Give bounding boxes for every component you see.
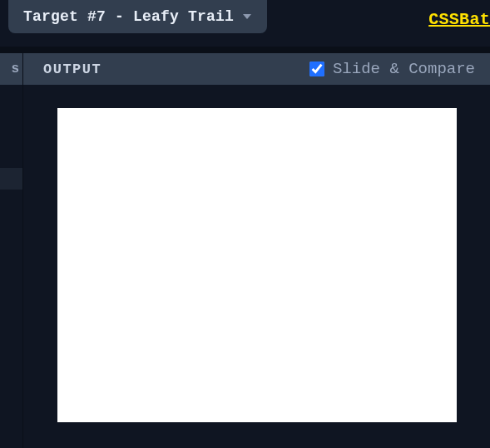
- left-panel-tab-fragment[interactable]: s: [0, 53, 22, 85]
- brand-link[interactable]: CSSBat: [428, 0, 490, 29]
- output-panel-header: OUTPUT Slide & Compare: [23, 53, 490, 85]
- editor-line-highlight[interactable]: [0, 168, 22, 190]
- panel-row: s OUTPUT Slide & Compare: [0, 53, 490, 448]
- chevron-down-icon: [242, 12, 252, 21]
- output-panel: OUTPUT Slide & Compare: [23, 53, 490, 448]
- output-canvas[interactable]: [57, 108, 457, 422]
- editor-fragment-rest[interactable]: [0, 190, 22, 448]
- target-selector-tab[interactable]: Target #7 - Leafy Trail: [8, 0, 267, 33]
- target-label: Target #7 - Leafy Trail: [23, 8, 234, 25]
- editor-fragment[interactable]: [0, 85, 22, 168]
- slide-compare-toggle[interactable]: Slide & Compare: [309, 60, 475, 78]
- left-panel-sliver: s: [0, 53, 23, 448]
- slide-compare-checkbox[interactable]: [309, 62, 324, 76]
- top-bar: Target #7 - Leafy Trail CSSBat: [0, 0, 490, 47]
- output-panel-title: OUTPUT: [43, 62, 101, 77]
- output-canvas-area: [23, 85, 490, 448]
- slide-compare-label: Slide & Compare: [333, 60, 475, 78]
- divider-shelf: [0, 47, 490, 53]
